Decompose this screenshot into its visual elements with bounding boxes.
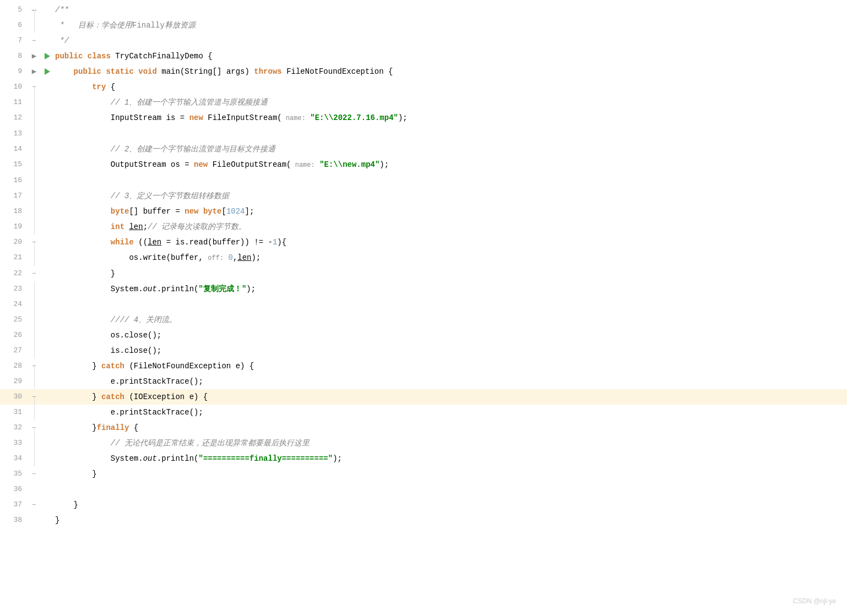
run-btn-9[interactable]	[42, 64, 53, 79]
run-btn-22	[42, 266, 53, 281]
code-line-9: 9 ▶ public static void main(String[] arg…	[0, 64, 847, 79]
code-line-14: 14 // 2、创建一个字节输出流管道与目标文件接通	[0, 141, 847, 157]
code-line-24: 24	[0, 297, 847, 312]
code-line-15: 15 OutputStream os = new FileOutputStrea…	[0, 157, 847, 173]
line-num-16: 16	[0, 173, 26, 188]
fold-10[interactable]: —	[26, 79, 42, 95]
line-content-16	[53, 173, 847, 188]
run-btn-25	[42, 312, 53, 328]
line-content-19: int len;// 记录每次读取的字节数。	[53, 219, 847, 235]
line-num-22: 22	[0, 266, 26, 281]
fold-28[interactable]: —	[26, 358, 42, 374]
line-num-34: 34	[0, 451, 26, 466]
fold-30[interactable]: —	[26, 389, 42, 405]
line-content-14: // 2、创建一个字节输出流管道与目标文件接通	[53, 141, 847, 157]
run-btn-24	[42, 297, 53, 312]
line-content-32: }finally {	[53, 420, 847, 435]
run-btn-38	[42, 513, 53, 528]
run-btn-36	[42, 482, 53, 497]
fold-23	[26, 281, 42, 297]
line-num-36: 36	[0, 482, 26, 497]
code-line-34: 34 System.out.println("==========finally…	[0, 451, 847, 466]
run-btn-13	[42, 126, 53, 141]
line-num-33: 33	[0, 435, 26, 451]
run-btn-26	[42, 328, 53, 343]
run-btn-5	[42, 2, 53, 18]
fold-27	[26, 343, 42, 358]
run-btn-8[interactable]	[42, 48, 53, 64]
run-btn-14	[42, 141, 53, 157]
code-line-16: 16	[0, 173, 847, 188]
line-content-12: InputStream is = new FileInputStream( na…	[53, 110, 847, 126]
fold-24	[26, 297, 42, 312]
fold-19	[26, 219, 42, 235]
line-num-28: 28	[0, 358, 26, 374]
fold-11	[26, 95, 42, 110]
line-content-30: } catch (IOException e) {	[53, 389, 847, 405]
fold-32[interactable]: —	[26, 420, 42, 435]
line-num-30: 30	[0, 389, 26, 405]
run-btn-23	[42, 281, 53, 297]
line-num-29: 29	[0, 374, 26, 389]
line-content-18: byte[] buffer = new byte[1024];	[53, 204, 847, 219]
line-content-21: os.write(buffer, off: 0,len);	[53, 250, 847, 266]
fold-5[interactable]: —	[26, 2, 42, 18]
run-btn-12	[42, 110, 53, 126]
line-content-22: }	[53, 266, 847, 281]
code-line-33: 33 // 无论代码是正常结束，还是出现异常都要最后执行这里	[0, 435, 847, 451]
line-num-7: 7	[0, 33, 26, 48]
line-num-10: 10	[0, 79, 26, 95]
fold-18	[26, 204, 42, 219]
code-line-6: 6 * 目标：学会使用Finally释放资源	[0, 18, 847, 33]
fold-9[interactable]: ▶	[26, 64, 42, 79]
code-line-11: 11 // 1、创建一个字节输入流管道与原视频接通	[0, 95, 847, 110]
run-btn-11	[42, 95, 53, 110]
run-btn-15	[42, 157, 53, 173]
fold-33	[26, 435, 42, 451]
line-num-14: 14	[0, 141, 26, 157]
line-content-24	[53, 297, 847, 312]
fold-22[interactable]: —	[26, 266, 42, 281]
code-line-27: 27 is.close();	[0, 343, 847, 358]
fold-29	[26, 374, 42, 389]
line-num-26: 26	[0, 328, 26, 343]
fold-36	[26, 482, 42, 497]
line-content-25: //// 4、关闭流。	[53, 312, 847, 328]
fold-37[interactable]: —	[26, 497, 42, 513]
code-line-7: 7 — */	[0, 33, 847, 48]
run-btn-34	[42, 451, 53, 466]
run-btn-10	[42, 79, 53, 95]
fold-13	[26, 126, 42, 141]
line-num-5: 5	[0, 2, 26, 18]
code-line-29: 29 e.printStackTrace();	[0, 374, 847, 389]
watermark: CSDN @njl-ye	[793, 597, 836, 605]
run-btn-21	[42, 250, 53, 266]
code-line-17: 17 // 3、定义一个字节数组转移数据	[0, 188, 847, 204]
code-line-23: 23 System.out.println("复制完成！");	[0, 281, 847, 297]
line-num-6: 6	[0, 18, 26, 33]
fold-20[interactable]: —	[26, 235, 42, 250]
fold-26	[26, 328, 42, 343]
code-line-22: 22 — }	[0, 266, 847, 281]
line-content-7: */	[53, 33, 847, 48]
line-num-32: 32	[0, 420, 26, 435]
fold-7[interactable]: —	[26, 33, 42, 48]
line-content-8: public class TryCatchFinallyDemo {	[53, 48, 847, 64]
run-btn-33	[42, 435, 53, 451]
code-line-35: 35 — }	[0, 466, 847, 482]
code-line-8: 8 ▶ public class TryCatchFinallyDemo {	[0, 48, 847, 64]
code-line-12: 12 InputStream is = new FileInputStream(…	[0, 110, 847, 126]
fold-35[interactable]: —	[26, 466, 42, 482]
line-num-17: 17	[0, 188, 26, 204]
line-num-27: 27	[0, 343, 26, 358]
fold-15	[26, 157, 42, 173]
line-num-25: 25	[0, 312, 26, 328]
line-content-37: }	[53, 497, 847, 513]
line-num-9: 9	[0, 64, 26, 79]
line-content-9: public static void main(String[] args) t…	[53, 64, 847, 79]
fold-8[interactable]: ▶	[26, 48, 42, 64]
code-line-19: 19 int len;// 记录每次读取的字节数。	[0, 219, 847, 235]
run-btn-37	[42, 497, 53, 513]
line-content-36	[53, 482, 847, 497]
line-content-6: * 目标：学会使用Finally释放资源	[53, 18, 847, 33]
